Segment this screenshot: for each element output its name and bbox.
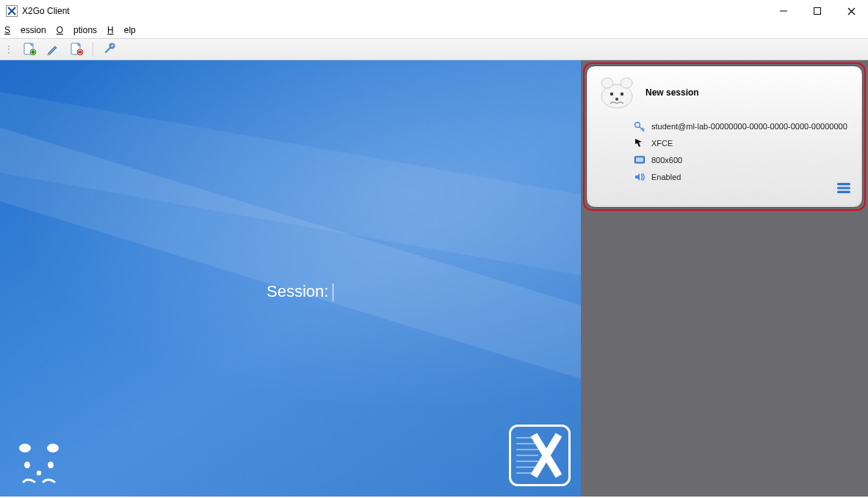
- svg-rect-32: [837, 187, 850, 189]
- svg-rect-33: [837, 191, 850, 193]
- display-icon: [634, 154, 645, 166]
- session-resolution-row: 800x600: [634, 154, 852, 166]
- svg-point-12: [24, 462, 30, 469]
- svg-point-25: [610, 93, 613, 95]
- svg-rect-31: [837, 183, 850, 185]
- svg-point-14: [37, 471, 41, 475]
- session-panel[interactable]: Session:: [0, 60, 581, 497]
- window-title: X2Go Client: [22, 6, 70, 16]
- session-connection-text: student@ml-lab-00000000-0000-0000-0000-0…: [651, 122, 847, 131]
- session-desktop-row: XFCE: [634, 137, 852, 149]
- svg-point-28: [635, 123, 640, 128]
- svg-point-26: [621, 93, 623, 95]
- menu-options[interactable]: Options: [57, 25, 97, 35]
- settings-button[interactable]: [101, 40, 118, 58]
- sound-icon: [634, 171, 645, 183]
- svg-point-24: [621, 78, 632, 88]
- session-card[interactable]: New session student@ml-lab-00000000-0000…: [586, 65, 863, 208]
- mouse-icon: [634, 137, 645, 149]
- close-button[interactable]: [834, 0, 868, 22]
- new-session-button[interactable]: [21, 40, 38, 58]
- toolbar: ⋮: [0, 38, 868, 60]
- maximize-button[interactable]: [800, 0, 834, 22]
- toolbar-separator: [93, 42, 93, 57]
- menu-session[interactable]: Session: [4, 25, 46, 35]
- x2go-logo: [509, 425, 571, 486]
- session-desktop-text: XFCE: [651, 139, 673, 148]
- session-menu-button[interactable]: [837, 182, 850, 197]
- svg-rect-2: [814, 8, 821, 15]
- session-resolution-text: 800x600: [651, 156, 682, 165]
- seal-corner-icon: [10, 441, 68, 488]
- svg-point-13: [48, 462, 54, 469]
- session-sound-row: Enabled: [634, 171, 852, 183]
- seal-avatar-icon: [597, 75, 637, 110]
- key-icon: [634, 120, 645, 132]
- delete-session-button[interactable]: [68, 40, 85, 58]
- svg-point-10: [19, 444, 31, 452]
- svg-point-11: [47, 444, 59, 452]
- svg-rect-30: [636, 158, 643, 162]
- menu-bar: Session Options Help: [0, 22, 868, 38]
- session-card-title: New session: [645, 87, 699, 98]
- minimize-button[interactable]: [767, 0, 800, 22]
- menu-help[interactable]: Help: [107, 25, 136, 35]
- session-connection-row: student@ml-lab-00000000-0000-0000-0000-0…: [634, 120, 852, 132]
- svg-point-23: [601, 78, 613, 88]
- svg-point-27: [615, 98, 618, 101]
- edit-session-button[interactable]: [44, 40, 62, 58]
- sessions-sidebar: New session student@ml-lab-00000000-0000…: [581, 60, 868, 497]
- session-sound-text: Enabled: [651, 173, 681, 181]
- session-label: Session:: [267, 282, 333, 301]
- window-titlebar: X2Go Client: [0, 0, 868, 22]
- app-icon: [6, 5, 18, 17]
